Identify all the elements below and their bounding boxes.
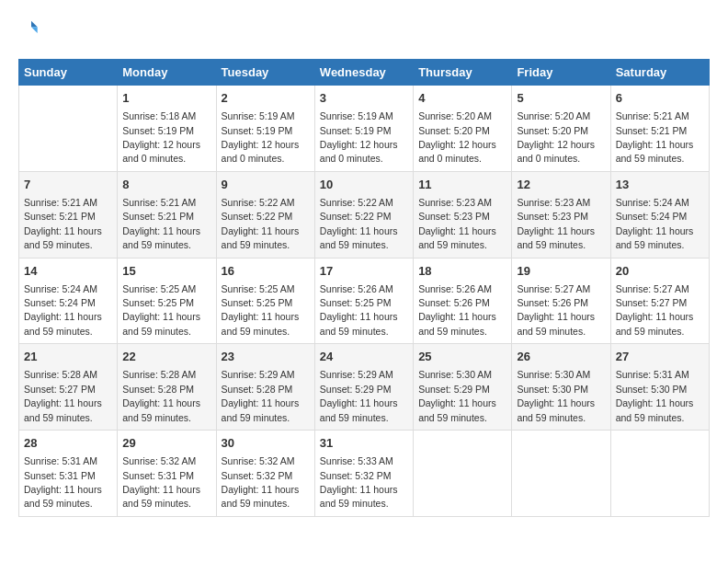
- day-info: Sunrise: 5:22 AMSunset: 5:22 PMDaylight:…: [320, 197, 398, 250]
- day-info: Sunrise: 5:18 AMSunset: 5:19 PMDaylight:…: [122, 110, 200, 164]
- day-info: Sunrise: 5:22 AMSunset: 5:22 PMDaylight:…: [222, 197, 300, 250]
- svg-marker-0: [31, 21, 38, 28]
- day-number: 21: [24, 349, 112, 365]
- day-number: 25: [418, 349, 506, 365]
- day-info: Sunrise: 5:25 AMSunset: 5:25 PMDaylight:…: [122, 283, 200, 337]
- day-number: 28: [24, 435, 112, 452]
- day-number: 18: [418, 263, 506, 280]
- day-number: 22: [122, 349, 210, 365]
- calendar-cell: 23Sunrise: 5:29 AMSunset: 5:28 PMDayligh…: [216, 344, 314, 431]
- day-info: Sunrise: 5:24 AMSunset: 5:24 PMDaylight:…: [24, 283, 102, 337]
- calendar-cell: 22Sunrise: 5:28 AMSunset: 5:28 PMDayligh…: [118, 344, 216, 431]
- day-number: 3: [320, 90, 408, 107]
- day-info: Sunrise: 5:27 AMSunset: 5:26 PMDaylight:…: [517, 283, 595, 337]
- calendar-week-5: 28Sunrise: 5:31 AMSunset: 5:31 PMDayligh…: [19, 431, 710, 517]
- day-number: 4: [418, 90, 506, 107]
- calendar-cell: 31Sunrise: 5:33 AMSunset: 5:32 PMDayligh…: [314, 431, 413, 517]
- day-info: Sunrise: 5:29 AMSunset: 5:28 PMDaylight:…: [222, 369, 300, 422]
- day-info: Sunrise: 5:33 AMSunset: 5:32 PMDaylight:…: [320, 455, 398, 509]
- calendar-cell: 20Sunrise: 5:27 AMSunset: 5:27 PMDayligh…: [610, 258, 709, 344]
- header-tuesday: Tuesday: [216, 60, 314, 86]
- header-thursday: Thursday: [414, 60, 512, 86]
- calendar-cell: 1Sunrise: 5:18 AMSunset: 5:19 PMDaylight…: [118, 86, 216, 172]
- calendar-cell: 27Sunrise: 5:31 AMSunset: 5:30 PMDayligh…: [610, 344, 709, 431]
- day-info: Sunrise: 5:29 AMSunset: 5:29 PMDaylight:…: [320, 369, 398, 422]
- calendar-cell: 11Sunrise: 5:23 AMSunset: 5:23 PMDayligh…: [414, 171, 512, 258]
- day-number: 9: [222, 177, 310, 193]
- calendar-cell: 13Sunrise: 5:24 AMSunset: 5:24 PMDayligh…: [610, 171, 709, 258]
- day-info: Sunrise: 5:27 AMSunset: 5:27 PMDaylight:…: [616, 283, 694, 337]
- day-number: 20: [616, 263, 704, 280]
- calendar-cell: 17Sunrise: 5:26 AMSunset: 5:25 PMDayligh…: [314, 258, 413, 344]
- day-number: 24: [320, 349, 408, 365]
- calendar-cell: 4Sunrise: 5:20 AMSunset: 5:20 PMDaylight…: [414, 86, 512, 172]
- day-number: 6: [616, 90, 704, 107]
- header-sunday: Sunday: [19, 60, 118, 86]
- day-number: 8: [122, 177, 210, 193]
- day-number: 19: [517, 263, 605, 280]
- calendar-table: SundayMondayTuesdayWednesdayThursdayFrid…: [18, 59, 710, 517]
- day-info: Sunrise: 5:26 AMSunset: 5:26 PMDaylight:…: [418, 283, 496, 337]
- day-info: Sunrise: 5:28 AMSunset: 5:28 PMDaylight:…: [122, 369, 200, 422]
- day-number: 5: [517, 90, 605, 107]
- calendar-cell: 19Sunrise: 5:27 AMSunset: 5:26 PMDayligh…: [512, 258, 610, 344]
- day-number: 13: [616, 177, 704, 193]
- day-number: 7: [24, 177, 112, 193]
- day-info: Sunrise: 5:21 AMSunset: 5:21 PMDaylight:…: [24, 197, 102, 250]
- calendar-cell: 2Sunrise: 5:19 AMSunset: 5:19 PMDaylight…: [216, 86, 314, 172]
- calendar-cell: 26Sunrise: 5:30 AMSunset: 5:30 PMDayligh…: [512, 344, 610, 431]
- calendar-cell: 10Sunrise: 5:22 AMSunset: 5:22 PMDayligh…: [314, 171, 413, 258]
- calendar-cell: [610, 431, 709, 517]
- day-number: 2: [222, 90, 310, 107]
- calendar-cell: 29Sunrise: 5:32 AMSunset: 5:31 PMDayligh…: [118, 431, 216, 517]
- logo: [18, 18, 42, 40]
- day-info: Sunrise: 5:30 AMSunset: 5:29 PMDaylight:…: [418, 369, 496, 422]
- calendar-cell: 7Sunrise: 5:21 AMSunset: 5:21 PMDaylight…: [19, 171, 118, 258]
- day-info: Sunrise: 5:30 AMSunset: 5:30 PMDaylight:…: [517, 369, 595, 422]
- day-info: Sunrise: 5:21 AMSunset: 5:21 PMDaylight:…: [616, 110, 694, 164]
- day-number: 14: [24, 263, 112, 280]
- day-info: Sunrise: 5:26 AMSunset: 5:25 PMDaylight:…: [320, 283, 398, 337]
- day-number: 10: [320, 177, 408, 193]
- day-info: Sunrise: 5:23 AMSunset: 5:23 PMDaylight:…: [418, 197, 496, 250]
- day-info: Sunrise: 5:19 AMSunset: 5:19 PMDaylight:…: [222, 110, 300, 164]
- calendar-cell: 14Sunrise: 5:24 AMSunset: 5:24 PMDayligh…: [19, 258, 118, 344]
- calendar-cell: 28Sunrise: 5:31 AMSunset: 5:31 PMDayligh…: [19, 431, 118, 517]
- day-number: 26: [517, 349, 605, 365]
- calendar-cell: 15Sunrise: 5:25 AMSunset: 5:25 PMDayligh…: [118, 258, 216, 344]
- day-info: Sunrise: 5:24 AMSunset: 5:24 PMDaylight:…: [616, 197, 694, 250]
- calendar-cell: 25Sunrise: 5:30 AMSunset: 5:29 PMDayligh…: [414, 344, 512, 431]
- calendar-week-4: 21Sunrise: 5:28 AMSunset: 5:27 PMDayligh…: [19, 344, 710, 431]
- calendar-week-3: 14Sunrise: 5:24 AMSunset: 5:24 PMDayligh…: [19, 258, 710, 344]
- day-number: 16: [222, 263, 310, 280]
- day-info: Sunrise: 5:23 AMSunset: 5:23 PMDaylight:…: [517, 197, 595, 250]
- day-number: 23: [222, 349, 310, 365]
- day-info: Sunrise: 5:21 AMSunset: 5:21 PMDaylight:…: [122, 197, 200, 250]
- calendar-cell: 5Sunrise: 5:20 AMSunset: 5:20 PMDaylight…: [512, 86, 610, 172]
- calendar-cell: 18Sunrise: 5:26 AMSunset: 5:26 PMDayligh…: [414, 258, 512, 344]
- day-number: 30: [222, 435, 310, 452]
- day-info: Sunrise: 5:20 AMSunset: 5:20 PMDaylight:…: [418, 110, 496, 164]
- day-number: 12: [517, 177, 605, 193]
- day-info: Sunrise: 5:31 AMSunset: 5:31 PMDaylight:…: [24, 455, 102, 509]
- day-number: 27: [616, 349, 704, 365]
- header-saturday: Saturday: [610, 60, 709, 86]
- calendar-cell: 21Sunrise: 5:28 AMSunset: 5:27 PMDayligh…: [19, 344, 118, 431]
- day-number: 1: [122, 90, 210, 107]
- calendar-cell: 3Sunrise: 5:19 AMSunset: 5:19 PMDaylight…: [314, 86, 413, 172]
- calendar-cell: 30Sunrise: 5:32 AMSunset: 5:32 PMDayligh…: [216, 431, 314, 517]
- day-info: Sunrise: 5:31 AMSunset: 5:30 PMDaylight:…: [616, 369, 694, 422]
- day-number: 15: [122, 263, 210, 280]
- svg-marker-1: [31, 27, 38, 33]
- calendar-cell: 24Sunrise: 5:29 AMSunset: 5:29 PMDayligh…: [314, 344, 413, 431]
- header-friday: Friday: [512, 60, 610, 86]
- calendar-cell: 9Sunrise: 5:22 AMSunset: 5:22 PMDaylight…: [216, 171, 314, 258]
- day-number: 17: [320, 263, 408, 280]
- day-info: Sunrise: 5:32 AMSunset: 5:31 PMDaylight:…: [122, 455, 200, 509]
- day-info: Sunrise: 5:28 AMSunset: 5:27 PMDaylight:…: [24, 369, 102, 422]
- calendar-cell: 6Sunrise: 5:21 AMSunset: 5:21 PMDaylight…: [610, 86, 709, 172]
- calendar-cell: [414, 431, 512, 517]
- calendar-week-2: 7Sunrise: 5:21 AMSunset: 5:21 PMDaylight…: [19, 171, 710, 258]
- day-info: Sunrise: 5:19 AMSunset: 5:19 PMDaylight:…: [320, 110, 398, 164]
- calendar-cell: 12Sunrise: 5:23 AMSunset: 5:23 PMDayligh…: [512, 171, 610, 258]
